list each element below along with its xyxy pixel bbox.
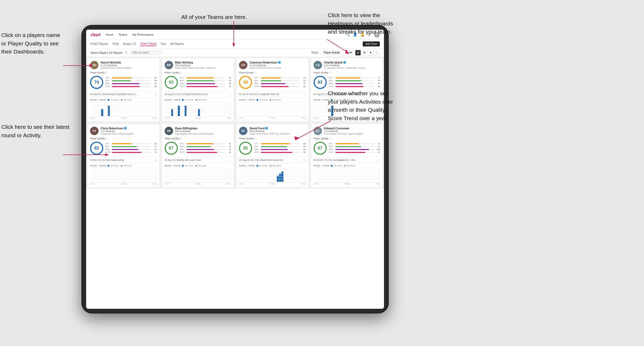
- latest-round[interactable]: 18 Jul 23 | 74 (+3), Sunningdale GC - Ol…: [314, 157, 380, 163]
- quality-circle[interactable]: 93: [165, 76, 178, 89]
- stat-label: PUTT: [105, 85, 111, 88]
- player-card[interactable]: CR Cameron Robertson ✓ 11-15 Handicap Ro…: [236, 58, 309, 122]
- player-handicap: 6-10 Handicap: [324, 64, 380, 67]
- stat-label: APP: [329, 145, 335, 148]
- stat-label: PUTT: [254, 151, 260, 153]
- subnav-hcaps[interactable]: Hcaps 1-5: [123, 42, 136, 46]
- chart-area: 5 4 3 2 1: [239, 168, 306, 182]
- stat-label: OTT: [180, 142, 186, 145]
- stat-bar-bg: [335, 86, 375, 87]
- subnav-all-players[interactable]: All Players: [170, 42, 184, 46]
- player-name[interactable]: Dave Billingham: [175, 127, 231, 130]
- chart-bar: [198, 109, 200, 116]
- nav-teams[interactable]: Teams: [119, 33, 127, 36]
- chart-y-lines: 5 4 3 2 1: [314, 168, 380, 182]
- y-line-3: 3: [239, 108, 306, 109]
- stat-label: ARG: [180, 148, 186, 151]
- activity-header: Activity · 1 Month On course Off course: [239, 99, 306, 101]
- chart-label-mid: 21 Aug: [121, 183, 126, 185]
- latest-round[interactable]: 26 Aug 23 | 73 (+1), Royal North Devon G…: [165, 91, 231, 97]
- stat-value: 103: [375, 148, 380, 151]
- nav-my-performance[interactable]: My Performance: [132, 33, 154, 36]
- player-grid: AN Aaron Nicholls 11-15 Handicap Drift G…: [86, 57, 384, 189]
- subnav-pgat[interactable]: PGAT Players: [90, 42, 108, 46]
- chart-label-start: 31 Jul: [90, 183, 95, 185]
- chart-labels: 31 Jul 21 Aug 4 Sep: [165, 117, 231, 119]
- stat-bar-fill: [186, 77, 214, 78]
- annotation-top-right: Click here to view theHeatmaps or leader…: [328, 11, 393, 36]
- stat-label: APP: [254, 79, 260, 82]
- sort-button[interactable]: ↕: [374, 50, 380, 56]
- chart-area: 5 4 3 2 1: [90, 168, 157, 182]
- player-handicap: Plus Handicap: [175, 64, 231, 67]
- player-name[interactable]: Charlie Quick ✓: [324, 61, 380, 64]
- latest-round[interactable]: 02 Jul 23 | 59 (+17), Craigmillar Park G…: [239, 91, 306, 97]
- player-avatar[interactable]: DF: [239, 127, 247, 135]
- player-card[interactable]: BM Blair McHarg Plus Handicap Royal Nort…: [162, 58, 234, 122]
- player-card[interactable]: AN Aaron Nicholls 11-15 Handicap Drift G…: [87, 58, 160, 122]
- quality-circle[interactable]: 87: [165, 142, 178, 155]
- oncourse-dot: [182, 165, 184, 167]
- activity-header: Activity · 1 Month On course Off course: [165, 164, 231, 167]
- quality-circle[interactable]: 68: [239, 76, 252, 89]
- player-avatar[interactable]: DB: [165, 127, 173, 135]
- filter-button[interactable]: ▼: [368, 50, 373, 56]
- y-line-2: 2: [90, 176, 157, 178]
- subnav-tour[interactable]: Tour: [160, 42, 166, 46]
- y-line-2: 2: [90, 110, 157, 112]
- stat-label: PUTT: [254, 85, 260, 88]
- player-name[interactable]: Aaron Nicholls: [101, 61, 157, 64]
- player-name[interactable]: Blair McHarg: [175, 61, 231, 64]
- add-team-button[interactable]: Add Team: [363, 41, 380, 46]
- latest-round[interactable]: 26 Aug 23 | 84 (+12), Royal North Devon …: [239, 157, 306, 163]
- search-input[interactable]: [130, 50, 162, 55]
- player-name[interactable]: Cameron Robertson ✓: [250, 61, 306, 64]
- offcourse-dot: [270, 99, 271, 101]
- stat-bar-fill: [335, 149, 369, 150]
- player-card[interactable]: DB Dave Billingham Plus Handicap Sog Mag…: [162, 124, 234, 188]
- latest-round[interactable]: 04 Sep 23 | Mobility with coach, Gym →: [165, 157, 231, 163]
- verified-badge: ✓: [278, 61, 281, 64]
- activity-header: Activity · 1 Month On course Off course: [314, 164, 380, 167]
- oncourse-dot: [257, 165, 258, 167]
- player-club: Drift Golf Club, United Kingdom: [101, 67, 157, 69]
- grid-view-3-button[interactable]: ⊟: [361, 50, 367, 56]
- stat-bar-bg: [186, 86, 226, 87]
- nav-logo: clippd: [90, 33, 100, 37]
- player-avatar[interactable]: CR: [90, 127, 98, 135]
- subnav-pga[interactable]: PGA: [113, 42, 119, 46]
- y-line-0: [314, 182, 380, 182]
- chart-y-lines: 5 4 3 2 1: [239, 168, 306, 182]
- player-name[interactable]: Edward Crossman: [324, 127, 380, 130]
- player-avatar[interactable]: CR: [239, 61, 247, 69]
- stat-value: 88: [226, 82, 231, 85]
- bar-segment-oncourse: [198, 109, 200, 116]
- subnav-team-clippd[interactable]: Team Clippd: [140, 42, 156, 46]
- arrow-top-center: [221, 20, 247, 51]
- stat-bar-fill: [112, 143, 132, 144]
- chart-y-lines: 5 4 3 2 1: [165, 168, 231, 182]
- stat-label: ARG: [105, 82, 111, 85]
- quality-circle[interactable]: 85: [239, 142, 252, 155]
- player-name[interactable]: Chris Robertson ✓: [101, 127, 157, 130]
- quality-section: 85 OTT 89 APP 80 ARG: [239, 142, 306, 155]
- player-avatar[interactable]: BM: [165, 61, 173, 69]
- quality-circle[interactable]: 74: [90, 76, 103, 89]
- chart-label-start: 31 Jul: [239, 183, 244, 185]
- quality-circle[interactable]: 87: [314, 142, 327, 155]
- player-header: AN Aaron Nicholls 11-15 Handicap Drift G…: [90, 61, 157, 69]
- y-line-5: 5: [90, 102, 157, 104]
- edit-icon[interactable]: ✎: [125, 51, 127, 54]
- stat-value: 89: [301, 142, 306, 145]
- latest-round[interactable]: 02 Sep 23 | Sunset round to get back int…: [90, 91, 157, 97]
- bar-segment-oncourse: [185, 106, 186, 116]
- nav-home[interactable]: Home: [106, 33, 113, 36]
- stat-label: ARG: [329, 82, 335, 85]
- quality-circle[interactable]: 83: [314, 76, 327, 89]
- offcourse-dot: [195, 165, 197, 167]
- player-avatar[interactable]: CQ: [314, 61, 322, 69]
- y-line-4: 4: [314, 171, 380, 173]
- stat-value: 80: [375, 79, 380, 82]
- chart-bar: [185, 106, 186, 116]
- stat-bar-bg: [261, 143, 300, 144]
